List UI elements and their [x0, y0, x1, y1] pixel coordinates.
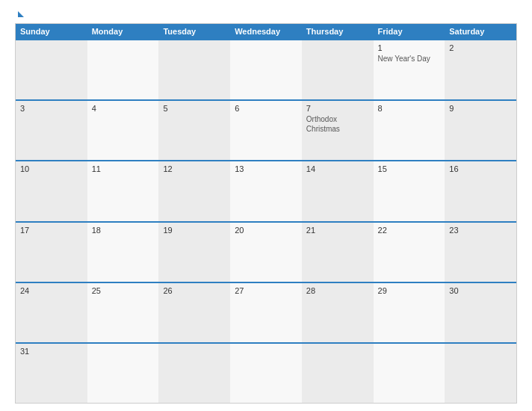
calendar-cell: 21 [302, 223, 374, 282]
event-label: New Year's Day [378, 55, 430, 63]
calendar-cell [302, 40, 374, 99]
calendar-week-row: 1New Year's Day2 [16, 39, 516, 99]
calendar-header-row: SundayMondayTuesdayWednesdayThursdayFrid… [16, 24, 516, 39]
day-number: 17 [20, 226, 83, 235]
calendar-cell [230, 40, 302, 99]
day-of-week-header: Wednesday [230, 24, 302, 39]
calendar-cell [87, 344, 159, 403]
day-number: 6 [235, 104, 297, 113]
day-number: 4 [92, 104, 155, 113]
day-number: 23 [449, 226, 512, 235]
day-number: 7 [306, 104, 369, 113]
calendar-cell: 31 [16, 344, 87, 403]
day-number: 8 [378, 104, 441, 113]
day-number: 3 [20, 104, 83, 113]
day-number: 13 [235, 164, 297, 173]
day-number: 29 [378, 286, 441, 295]
event-label: Orthodox Christmas [306, 115, 340, 133]
logo [15, 11, 24, 17]
day-number: 25 [92, 286, 155, 295]
calendar-cell: 11 [87, 161, 159, 220]
calendar-cell: 9 [445, 101, 516, 160]
calendar-cell: 5 [158, 101, 230, 160]
calendar-cell: 15 [374, 161, 445, 220]
calendar-cell [16, 40, 87, 99]
calendar-cell [374, 344, 445, 403]
day-number: 24 [20, 286, 83, 295]
day-number: 28 [306, 286, 369, 295]
day-number: 1 [378, 43, 441, 52]
calendar-cell: 10 [16, 161, 87, 220]
calendar-cell: 2 [445, 40, 516, 99]
calendar-cell: 25 [87, 283, 159, 342]
day-number: 27 [235, 286, 297, 295]
calendar-page: SundayMondayTuesdayWednesdayThursdayFrid… [0, 0, 532, 411]
day-number: 10 [20, 164, 83, 173]
calendar-cell: 1New Year's Day [374, 40, 445, 99]
calendar-cell: 20 [230, 223, 302, 282]
logo-triangle-icon [18, 11, 24, 17]
calendar-cell [87, 40, 159, 99]
day-number: 5 [163, 104, 226, 113]
day-of-week-header: Friday [374, 24, 445, 39]
day-number: 31 [20, 347, 83, 356]
calendar-cell: 29 [374, 283, 445, 342]
calendar-cell: 23 [445, 223, 516, 282]
calendar-cell: 12 [158, 161, 230, 220]
calendar-cell: 18 [87, 223, 159, 282]
day-number: 18 [92, 226, 155, 235]
day-number: 19 [163, 226, 226, 235]
calendar-cell [158, 40, 230, 99]
calendar-cell: 22 [374, 223, 445, 282]
calendar-cell: 7Orthodox Christmas [302, 101, 374, 160]
day-of-week-header: Monday [87, 24, 159, 39]
calendar-cell: 8 [374, 101, 445, 160]
day-of-week-header: Saturday [445, 24, 516, 39]
day-number: 9 [449, 104, 512, 113]
day-number: 14 [306, 164, 369, 173]
day-number: 30 [449, 286, 512, 295]
calendar-cell: 13 [230, 161, 302, 220]
calendar-cell: 6 [230, 101, 302, 160]
day-number: 21 [306, 226, 369, 235]
calendar-cell: 26 [158, 283, 230, 342]
calendar-cell: 14 [302, 161, 374, 220]
calendar-cell [158, 344, 230, 403]
day-of-week-header: Sunday [16, 24, 87, 39]
calendar-cell: 16 [445, 161, 516, 220]
calendar-week-row: 24252627282930 [16, 282, 516, 342]
day-number: 16 [449, 164, 512, 173]
day-number: 26 [163, 286, 226, 295]
day-of-week-header: Tuesday [158, 24, 230, 39]
page-header [15, 11, 517, 17]
day-number: 22 [378, 226, 441, 235]
calendar-cell [445, 344, 516, 403]
calendar-cell [302, 344, 374, 403]
calendar-week-row: 17181920212223 [16, 221, 516, 282]
calendar-cell: 19 [158, 223, 230, 282]
calendar-cell: 28 [302, 283, 374, 342]
calendar-cell: 4 [87, 101, 159, 160]
calendar-grid: SundayMondayTuesdayWednesdayThursdayFrid… [15, 23, 517, 404]
day-number: 12 [163, 164, 226, 173]
calendar-cell: 24 [16, 283, 87, 342]
calendar-cell: 3 [16, 101, 87, 160]
calendar-cell [230, 344, 302, 403]
calendar-week-row: 34567Orthodox Christmas89 [16, 99, 516, 160]
calendar-cell: 30 [445, 283, 516, 342]
day-number: 2 [449, 43, 512, 52]
calendar-week-row: 10111213141516 [16, 160, 516, 220]
day-number: 11 [92, 164, 155, 173]
day-number: 20 [235, 226, 297, 235]
calendar-body: 1New Year's Day234567Orthodox Christmas8… [16, 39, 516, 403]
calendar-cell: 17 [16, 223, 87, 282]
calendar-cell: 27 [230, 283, 302, 342]
day-of-week-header: Thursday [302, 24, 374, 39]
day-number: 15 [378, 164, 441, 173]
calendar-week-row: 31 [16, 342, 516, 403]
